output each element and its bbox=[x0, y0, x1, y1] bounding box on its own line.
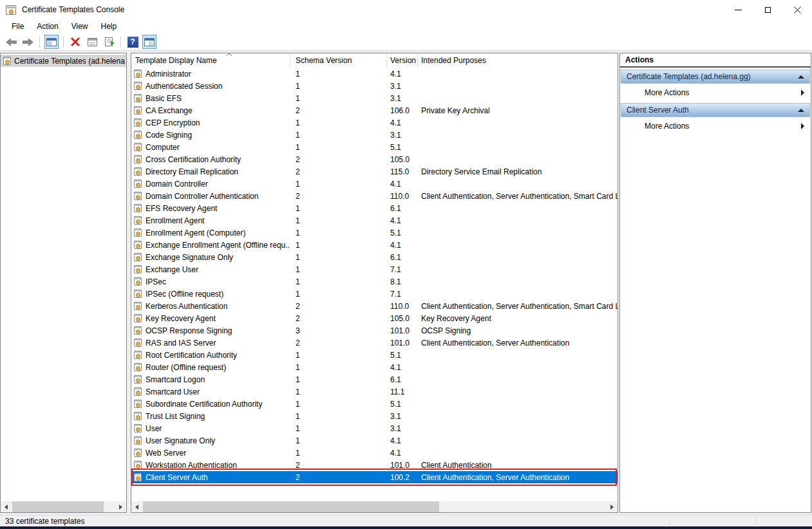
table-row[interactable]: Basic EFS13.1 bbox=[131, 92, 618, 104]
help-button[interactable]: ? bbox=[126, 35, 140, 49]
more-actions-item[interactable]: More Actions bbox=[620, 117, 811, 135]
properties-button[interactable] bbox=[85, 35, 99, 49]
template-name: Domain Controller Authentication bbox=[146, 192, 258, 201]
certificate-template-icon bbox=[134, 400, 142, 408]
scrollbar-thumb[interactable] bbox=[143, 501, 439, 512]
menu-item-view[interactable]: View bbox=[66, 21, 93, 32]
intended-purposes-value: Private Key Archival bbox=[418, 106, 618, 115]
forward-button[interactable] bbox=[21, 35, 35, 49]
column-header-version[interactable]: Version bbox=[387, 53, 418, 68]
chevron-up-icon[interactable] bbox=[798, 109, 804, 112]
table-row[interactable]: Domain Controller14.1 bbox=[131, 178, 618, 190]
table-row[interactable]: Web Server14.1 bbox=[131, 447, 618, 459]
version-value: 4.1 bbox=[387, 216, 418, 225]
table-row[interactable]: Exchange Enrollment Agent (Offline requ.… bbox=[131, 239, 618, 251]
delete-button[interactable] bbox=[68, 35, 82, 49]
table-row[interactable]: User Signature Only14.1 bbox=[131, 434, 618, 447]
table-row[interactable]: Domain Controller Authentication2110.0Cl… bbox=[131, 190, 618, 202]
schema-version-value: 1 bbox=[290, 143, 387, 152]
tree-item-label: Certificate Templates (ad.helena bbox=[14, 57, 125, 66]
certificate-template-icon bbox=[134, 241, 142, 249]
table-row[interactable]: Enrollment Agent14.1 bbox=[131, 214, 618, 227]
scroll-left-icon[interactable] bbox=[1, 501, 12, 512]
menu-item-file[interactable]: File bbox=[6, 21, 29, 32]
table-row[interactable]: Code Signing13.1 bbox=[131, 129, 618, 141]
table-row-selected[interactable]: Client Server Auth2100.2Client Authentic… bbox=[131, 471, 618, 483]
actions-section-header[interactable]: Certificate Templates (ad.helena.gg) bbox=[621, 70, 810, 84]
status-bar-divider bbox=[755, 517, 756, 525]
back-icon bbox=[6, 38, 17, 46]
menu-item-action[interactable]: Action bbox=[32, 21, 63, 32]
chevron-up-icon[interactable] bbox=[798, 75, 804, 79]
column-label: Intended Purposes bbox=[421, 56, 486, 65]
tree-item-certificate-templates[interactable]: Certificate Templates (ad.helena bbox=[1, 55, 126, 67]
schema-version-value: 2 bbox=[290, 155, 387, 164]
close-button[interactable] bbox=[782, 0, 812, 19]
schema-version-value: 1 bbox=[290, 375, 387, 384]
show-action-pane-button[interactable] bbox=[142, 35, 156, 49]
table-row[interactable]: Directory Email Replication2115.0Directo… bbox=[131, 165, 618, 178]
scrollbar-track[interactable] bbox=[142, 501, 607, 512]
schema-version-value: 1 bbox=[290, 216, 387, 225]
export-list-icon bbox=[105, 37, 113, 46]
scroll-right-icon[interactable] bbox=[607, 501, 618, 512]
table-row[interactable]: Router (Offline request)14.1 bbox=[131, 361, 618, 373]
column-header-template-display-name[interactable]: Template Display Name bbox=[131, 53, 290, 68]
version-value: 101.0 bbox=[387, 461, 418, 470]
menu-item-help[interactable]: Help bbox=[96, 21, 122, 32]
template-name: CEP Encryption bbox=[146, 118, 200, 127]
certificate-template-icon bbox=[134, 436, 142, 445]
table-row[interactable]: Trust List Signing13.1 bbox=[131, 410, 618, 422]
table-row[interactable]: Enrollment Agent (Computer)15.1 bbox=[131, 227, 618, 239]
export-list-button[interactable] bbox=[102, 35, 116, 49]
scrollbar-track[interactable] bbox=[12, 501, 115, 512]
minimize-button[interactable] bbox=[723, 0, 753, 19]
certificate-template-icon bbox=[134, 290, 142, 298]
table-row[interactable]: IPSec18.1 bbox=[131, 275, 618, 288]
table-row[interactable]: Workstation Authentication2101.0Client A… bbox=[131, 459, 618, 471]
actions-section-header[interactable]: Client Server Auth bbox=[621, 103, 810, 117]
table-row[interactable]: IPSec (Offline request)17.1 bbox=[131, 288, 618, 300]
table-row[interactable]: Smartcard Logon16.1 bbox=[131, 373, 618, 385]
table-row[interactable]: Subordinate Certification Authority15.1 bbox=[131, 398, 618, 410]
certificate-template-icon bbox=[134, 314, 142, 322]
version-value: 4.1 bbox=[387, 449, 418, 458]
column-header-intended-purposes[interactable]: Intended Purposes bbox=[418, 53, 618, 68]
table-row[interactable]: CEP Encryption14.1 bbox=[131, 116, 618, 129]
window-title: Certificate Templates Console bbox=[22, 5, 124, 14]
schema-version-value: 1 bbox=[290, 131, 387, 140]
table-row[interactable]: User13.1 bbox=[131, 422, 618, 434]
tree-horizontal-scrollbar[interactable] bbox=[1, 501, 126, 512]
table-row[interactable]: OCSP Response Signing3101.0OCSP Signing bbox=[131, 324, 618, 337]
intended-purposes-value: Directory Service Email Replication bbox=[418, 167, 618, 176]
table-row[interactable]: Root Certification Authority15.1 bbox=[131, 349, 618, 361]
more-actions-item[interactable]: More Actions bbox=[620, 84, 811, 101]
table-row[interactable]: Administrator14.1 bbox=[131, 68, 618, 80]
table-row[interactable]: Exchange User17.1 bbox=[131, 263, 618, 275]
certificate-template-icon bbox=[134, 473, 142, 481]
table-row[interactable]: Key Recovery Agent2105.0Key Recovery Age… bbox=[131, 312, 618, 324]
window-bottom-edge bbox=[0, 526, 812, 529]
column-header-schema-version[interactable]: Schema Version bbox=[290, 53, 387, 68]
table-row[interactable]: Cross Certification Authority2105.0 bbox=[131, 153, 618, 165]
back-button[interactable] bbox=[4, 35, 18, 49]
certificate-template-icon bbox=[134, 339, 142, 347]
version-value: 7.1 bbox=[387, 265, 418, 274]
table-row[interactable]: Smartcard User111.1 bbox=[131, 385, 618, 398]
table-row[interactable]: Computer15.1 bbox=[131, 141, 618, 153]
table-row[interactable]: RAS and IAS Server2101.0Client Authentic… bbox=[131, 337, 618, 349]
table-row[interactable]: Exchange Signature Only16.1 bbox=[131, 251, 618, 263]
scrollbar-thumb[interactable] bbox=[12, 501, 104, 512]
maximize-button[interactable] bbox=[753, 0, 782, 19]
table-row[interactable]: CA Exchange2106.0Private Key Archival bbox=[131, 104, 618, 116]
intended-purposes-value: Client Authentication, Server Authentica… bbox=[418, 473, 618, 482]
list-horizontal-scrollbar[interactable] bbox=[131, 501, 618, 512]
show-console-tree-button[interactable] bbox=[44, 35, 59, 49]
schema-version-value: 1 bbox=[290, 70, 387, 79]
scroll-left-icon[interactable] bbox=[131, 501, 142, 512]
scroll-right-icon[interactable] bbox=[115, 501, 126, 512]
table-row[interactable]: Kerberos Authentication2110.0Client Auth… bbox=[131, 300, 618, 312]
certificate-template-icon bbox=[134, 131, 142, 139]
table-row[interactable]: Authenticated Session13.1 bbox=[131, 80, 618, 92]
table-row[interactable]: EFS Recovery Agent16.1 bbox=[131, 202, 618, 214]
